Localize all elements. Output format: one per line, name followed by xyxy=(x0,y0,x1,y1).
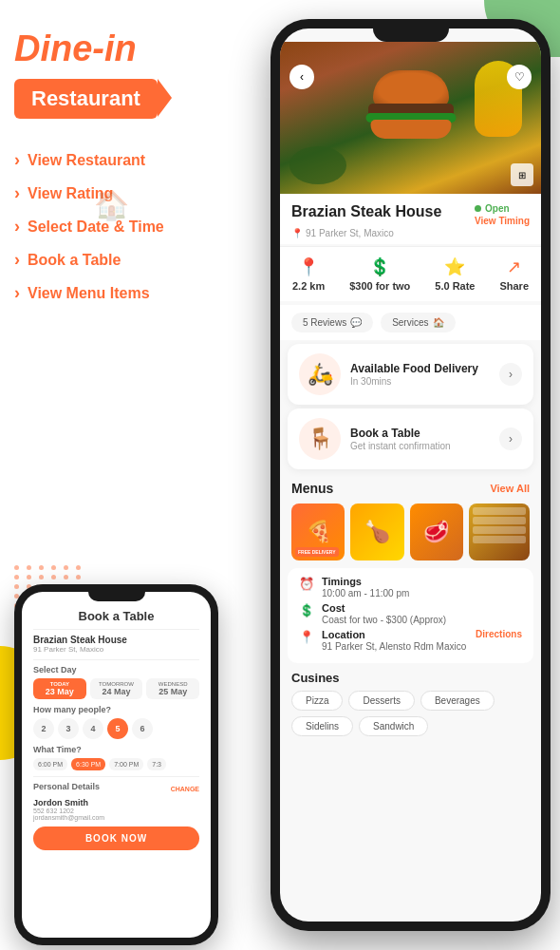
stat-value: $300 for two xyxy=(349,280,410,292)
cuisine-tag-sidelins[interactable]: Sidelins xyxy=(291,716,353,736)
food-visual xyxy=(280,42,541,194)
time-7pm[interactable]: 7:00 PM xyxy=(109,758,143,770)
timings-value: 10:00 am - 11:00 pm xyxy=(322,588,409,598)
menu-image-2[interactable]: 🍗 xyxy=(350,504,403,560)
cuisines-section: Cusines Pizza Desserts Beverages Sidelin… xyxy=(280,667,541,744)
time-selector: 6:00 PM 6:30 PM 7:00 PM 7:3 xyxy=(33,758,199,770)
menu-image-3[interactable]: 🥩 xyxy=(410,504,463,560)
time-730pm[interactable]: 7:3 xyxy=(147,758,166,770)
cost-row: 💲 Cost Coast for two - $300 (Approx) xyxy=(299,602,522,625)
location-icon: 📍 xyxy=(298,256,319,277)
sidebar-item-label: Book a Table xyxy=(28,252,121,269)
delivery-icon: 🛵 xyxy=(308,362,333,387)
view-timing-link[interactable]: View Timing xyxy=(475,216,530,226)
free-delivery-badge: FREE DELIVERY xyxy=(295,547,339,557)
restaurant-name: Brazian Steak House xyxy=(291,203,441,220)
directions-link[interactable]: Directions xyxy=(476,629,522,639)
table-arrow[interactable]: › xyxy=(499,428,522,450)
phone-left-notch xyxy=(88,592,145,601)
restaurant-image: ‹ ♡ ⊞ xyxy=(280,42,541,194)
left-restaurant-address: 91 Parker St, Maxico xyxy=(33,645,199,654)
location-value: 91 Parker St, Alensto Rdm Maxico xyxy=(322,641,466,652)
divider xyxy=(33,629,199,630)
delivery-arrow[interactable]: › xyxy=(499,363,522,386)
pin-icon: 📍 xyxy=(299,630,314,644)
dollar-icon: 💲 xyxy=(299,603,314,618)
menus-section: Menus View All 🍕 FREE DELIVERY 🍗 🥩 xyxy=(280,473,541,564)
view-all-button[interactable]: View All xyxy=(490,483,530,494)
location-pin-icon: 📍 xyxy=(291,228,303,238)
cuisine-tag-desserts[interactable]: Desserts xyxy=(348,691,414,711)
cuisine-tag-pizza[interactable]: Pizza xyxy=(291,691,343,711)
timings-content: Timings 10:00 am - 11:00 pm xyxy=(322,576,409,598)
day-wednesday[interactable]: WEDNESD 25 May xyxy=(146,678,199,699)
restaurant-info: Brazian Steak House Open View Timing 📍 9… xyxy=(280,194,541,244)
personal-label: Personal Details xyxy=(33,782,100,791)
sidebar-item-view-menu[interactable]: › View Menu Items xyxy=(14,283,204,303)
phone-left: Book a Table Brazian Steak House 91 Park… xyxy=(14,584,218,945)
arrow-icon: › xyxy=(14,283,20,303)
table-icon: 🪑 xyxy=(308,427,333,451)
people-2[interactable]: 2 xyxy=(33,718,54,739)
location-content: Location 91 Parker St, Alensto Rdm Maxic… xyxy=(322,629,466,652)
phone-right-screen: ‹ ♡ ⊞ Brazian Steak House Open View Timi… xyxy=(280,28,541,922)
star-icon: ⭐ xyxy=(444,256,465,277)
stat-rating: ⭐ 5.0 Rate xyxy=(435,256,475,292)
open-dot xyxy=(475,205,481,212)
favorite-button[interactable]: ♡ xyxy=(507,65,532,89)
arrow-icon: › xyxy=(14,250,20,270)
time-label: What Time? xyxy=(33,745,199,754)
cost-label: Cost xyxy=(322,602,446,614)
sidebar-item-book-table[interactable]: › Book a Table xyxy=(14,250,204,270)
arrow-icon: › xyxy=(14,217,20,237)
book-table-title: Book a Table xyxy=(33,609,199,623)
day-today[interactable]: TODAY 23 May xyxy=(33,678,86,699)
stats-row: 📍 2.2 km 💲 $300 for two ⭐ 5.0 Rate ↗ Sha… xyxy=(280,246,541,301)
food-delivery-card[interactable]: 🛵 Available Food Delivery In 30mins › xyxy=(288,344,533,405)
reviews-button[interactable]: 5 Reviews 💬 xyxy=(291,313,373,332)
personal-name: Jordon Smith xyxy=(33,798,199,808)
gallery-button[interactable]: ⊞ xyxy=(511,163,533,186)
menu-image-4[interactable] xyxy=(469,504,530,560)
phone-left-content: Book a Table Brazian Steak House 91 Park… xyxy=(22,601,211,858)
comment-icon: 💬 xyxy=(350,317,362,328)
divider xyxy=(33,776,199,777)
menu-image-1[interactable]: 🍕 FREE DELIVERY xyxy=(291,504,345,560)
dollar-icon: 💲 xyxy=(369,256,390,277)
time-630pm[interactable]: 6:30 PM xyxy=(71,758,105,770)
open-status: Open xyxy=(475,203,530,214)
people-4[interactable]: 4 xyxy=(83,718,103,739)
back-button[interactable]: ‹ xyxy=(289,65,314,89)
people-label: How many people? xyxy=(33,705,199,714)
phone-right: ‹ ♡ ⊞ Brazian Steak House Open View Timi… xyxy=(271,19,551,931)
sidebar-item-view-restaurant[interactable]: › View Restaurant xyxy=(14,150,204,170)
services-icon: 🏠 xyxy=(433,317,444,328)
arrow-icon: › xyxy=(14,183,20,203)
book-now-button[interactable]: BOOK NOW xyxy=(33,826,199,850)
table-text: Book a Table Get instant confirmation xyxy=(350,427,490,451)
info-section: ⏰ Timings 10:00 am - 11:00 pm 💲 Cost Coa… xyxy=(288,568,533,663)
left-restaurant-name: Brazian Steak House xyxy=(33,635,199,645)
restaurant-icon: 🏠 xyxy=(94,188,129,221)
location-label: Location xyxy=(322,629,466,640)
people-selector: 2 3 4 5 6 xyxy=(33,718,199,739)
stat-share[interactable]: ↗ Share xyxy=(499,256,529,292)
book-table-card[interactable]: 🪑 Book a Table Get instant confirmation … xyxy=(288,408,533,469)
phone-left-screen: Book a Table Brazian Steak House 91 Park… xyxy=(22,592,211,938)
services-button[interactable]: Services 🏠 xyxy=(381,313,455,332)
phone-notch xyxy=(373,28,449,42)
day-tomorrow[interactable]: TOMORROW 24 May xyxy=(90,678,143,699)
stat-price: 💲 $300 for two xyxy=(349,256,410,292)
app-title: Dine-in xyxy=(14,28,204,69)
cuisine-tag-beverages[interactable]: Beverages xyxy=(420,691,495,711)
people-6[interactable]: 6 xyxy=(132,718,153,739)
people-3[interactable]: 3 xyxy=(58,718,79,739)
cuisine-tag-sandwich[interactable]: Sandwich xyxy=(359,716,428,736)
change-button[interactable]: CHANGE xyxy=(171,786,199,792)
menus-title: Menus xyxy=(291,481,333,496)
nav-list: › View Restaurant › View Rating › Select… xyxy=(14,150,204,303)
time-6pm[interactable]: 6:00 PM xyxy=(33,758,67,770)
share-icon: ↗ xyxy=(507,256,521,277)
people-5[interactable]: 5 xyxy=(107,718,128,739)
divider xyxy=(33,659,199,660)
